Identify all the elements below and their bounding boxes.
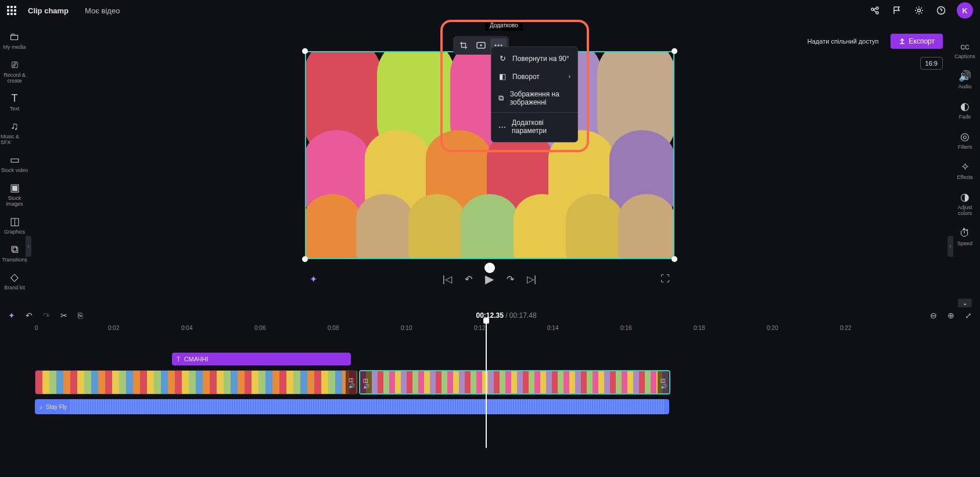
app-header: Clip champ Моє відео K [0, 0, 980, 21]
filters-icon: ◎ [960, 131, 970, 142]
app-launcher-icon[interactable] [7, 6, 16, 15]
speaker-icon: 🔊 [959, 71, 971, 81]
project-name[interactable]: Моє відео [85, 6, 120, 15]
crop-button[interactable] [455, 38, 472, 52]
split-button[interactable]: ✂ [60, 311, 67, 320]
text-icon: T [12, 93, 18, 103]
video-preview[interactable] [305, 51, 674, 259]
share-button[interactable]: Надати спільний доступ [800, 34, 886, 48]
fit-timeline-button[interactable]: ⤢ [965, 311, 972, 320]
graphics-icon: ◫ [10, 216, 20, 227]
play-button[interactable]: ▶ [485, 272, 494, 286]
audio-clip[interactable]: ♪ Stay Fly [35, 399, 669, 414]
dropdown-flip[interactable]: ◧ Поворот › [491, 67, 577, 85]
music-note-icon: ♪ [40, 404, 42, 410]
sidebar-item-my-media[interactable]: 🗀My media [1, 27, 28, 55]
cc-icon: ㏄ [960, 41, 970, 51]
aspect-ratio-badge[interactable]: 16:9 [920, 57, 943, 70]
sidebar-item-text[interactable]: TText [1, 88, 28, 116]
flip-icon: ◧ [498, 72, 507, 81]
canvas-area: Додатково ↻ Повернути на 90° ◧ Поворот › [29, 21, 950, 297]
pip-icon: ⧉ [498, 94, 504, 103]
clip-start-controls[interactable]: ◫🔊 [360, 371, 372, 394]
rewind-button[interactable]: ↶ [465, 274, 472, 285]
sidebar-item-captions[interactable]: ㏄Captions [951, 35, 979, 65]
right-sidebar: ㏄Captions 🔊Audio ◐Fade ◎Filters ✧Effects… [950, 21, 980, 297]
sidebar-item-filters[interactable]: ◎Filters [951, 125, 979, 156]
svg-point-3 [918, 9, 921, 12]
camera-icon: ⎚ [12, 59, 18, 70]
waveform [70, 399, 665, 414]
left-sidebar: 🗀My media ⎚Record & create TText ♫Music … [0, 21, 29, 297]
fullscreen-button[interactable]: ⛶ [660, 274, 670, 284]
undo-button[interactable]: ↶ [26, 311, 33, 320]
duplicate-button[interactable]: ⎘ [78, 311, 82, 320]
redo-button[interactable]: ↷ [43, 311, 50, 320]
export-button[interactable]: Експорт [891, 34, 943, 49]
svg-point-1 [876, 7, 878, 9]
share-link-icon[interactable] [866, 2, 884, 19]
timeline-collapse-button[interactable]: ⌄ [958, 299, 972, 307]
fade-icon: ◐ [960, 101, 970, 112]
sidebar-item-brand-kit[interactable]: ◇Brand kit [1, 267, 28, 295]
folder-icon: 🗀 [9, 31, 20, 42]
dropdown-separator [491, 112, 577, 113]
transitions-icon: ⧉ [11, 244, 19, 254]
more-options-dropdown: ↻ Повернути на 90° ◧ Поворот › ⧉ Зображе… [491, 46, 578, 142]
right-rail-expand[interactable]: ‹ [947, 236, 953, 257]
upload-icon [899, 38, 906, 45]
music-icon: ♫ [10, 121, 19, 131]
user-avatar[interactable]: K [957, 2, 973, 19]
zoom-in-button[interactable]: ⊕ [947, 311, 954, 320]
sidebar-item-audio[interactable]: 🔊Audio [951, 65, 979, 95]
clip-end-controls[interactable]: ◫🔊 [346, 371, 357, 394]
playhead[interactable] [486, 320, 487, 448]
top-actions: Надати спільний доступ Експорт [800, 34, 943, 49]
forward-button[interactable]: ↷ [507, 274, 514, 285]
video-track: ◫🔊 ◫🔊 ◫🔊 [35, 370, 670, 394]
sidebar-item-adjust-colors[interactable]: ◑Adjust colors [951, 186, 979, 222]
image-icon: ▣ [10, 182, 20, 193]
settings-icon[interactable] [910, 2, 928, 19]
text-icon: T [177, 356, 181, 363]
resize-handle-tr[interactable] [672, 48, 677, 54]
clip-end-controls-2[interactable]: ◫🔊 [658, 371, 669, 394]
dropdown-rotate-90[interactable]: ↻ Повернути на 90° [491, 49, 577, 67]
video-clip-1[interactable]: ◫🔊 [35, 370, 358, 394]
skip-start-button[interactable]: |◁ [443, 274, 452, 285]
chevron-right-icon: › [569, 73, 570, 80]
video-clip-2-selected[interactable]: ◫🔊 ◫🔊 [359, 370, 670, 394]
brand-icon: ◇ [10, 272, 19, 282]
sidebar-item-effects[interactable]: ✧Effects [951, 156, 979, 186]
speed-icon: ⏱ [960, 228, 970, 238]
sidebar-item-stock-images[interactable]: ▣Stock images [1, 178, 28, 211]
timeline-toolbar: ✦ ↶ ↷ ✂ ⎘ 00:12.35 / 00:17.48 ⊖ ⊕ ⤢ [5, 309, 975, 322]
sidebar-item-transitions[interactable]: ⧉Transitions [1, 239, 28, 267]
skip-end-button[interactable]: ▷| [527, 274, 536, 285]
text-clip[interactable]: T СМАЧНІ [172, 353, 351, 365]
help-icon[interactable] [932, 2, 950, 19]
svg-point-6 [480, 45, 482, 46]
brand-name: Clip champ [28, 6, 69, 15]
resize-handle-bl[interactable] [302, 256, 308, 262]
dots-icon: ⋯ [498, 123, 506, 131]
sidebar-item-fade[interactable]: ◐Fade [951, 95, 979, 125]
timeline-panel: ⌄ ✦ ↶ ↷ ✂ ⎘ 00:12.35 / 00:17.48 ⊖ ⊕ ⤢ 0 … [0, 297, 980, 477]
fit-button[interactable] [473, 38, 489, 52]
flag-icon[interactable] [888, 2, 906, 19]
sidebar-item-record[interactable]: ⎚Record & create [1, 55, 28, 88]
magic-button[interactable]: ✦ [8, 311, 15, 320]
preview-wrapper: ↻ [305, 51, 674, 259]
ai-sparkle-icon[interactable]: ✦ [310, 274, 317, 285]
zoom-out-button[interactable]: ⊖ [930, 311, 937, 320]
sidebar-item-stock-video[interactable]: ▭Stock video [1, 150, 28, 178]
sidebar-item-music[interactable]: ♫Music & SFX [1, 116, 28, 150]
dropdown-pip[interactable]: ⧉ Зображення на зображенні [491, 85, 577, 111]
sidebar-item-graphics[interactable]: ◫Graphics [1, 211, 28, 239]
dropdown-more-params[interactable]: ⋯ Додаткові параметри [491, 114, 577, 139]
sidebar-item-speed[interactable]: ⏱Speed [951, 222, 979, 252]
resize-handle-tl[interactable] [302, 48, 308, 54]
resize-handle-br[interactable] [672, 256, 677, 262]
rotate-icon: ↻ [498, 54, 507, 63]
timeline-ruler[interactable]: 0 0:02 0:04 0:06 0:08 0:10 0:12 0:14 0:1… [35, 322, 975, 336]
